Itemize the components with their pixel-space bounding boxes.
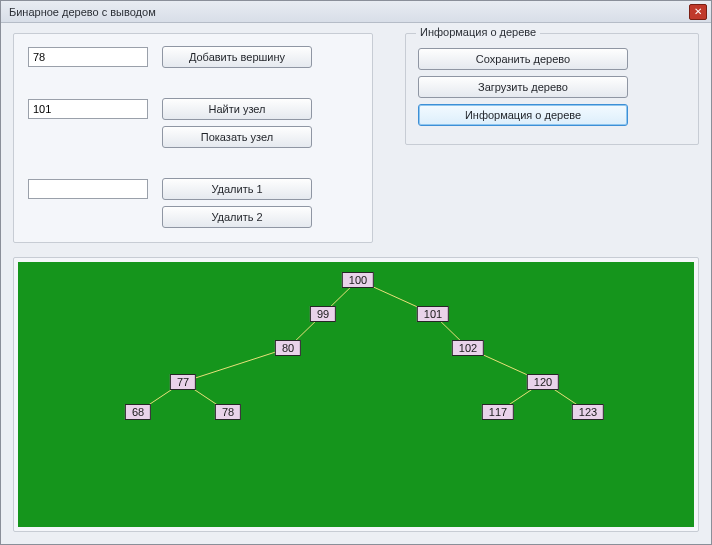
top-area: Добавить вершину Найти узел Показать узе… <box>13 33 699 243</box>
tree-node: 78 <box>215 404 241 420</box>
load-tree-button[interactable]: Загрузить дерево <box>418 76 628 98</box>
show-node-button[interactable]: Показать узел <box>162 126 312 148</box>
tree-node: 102 <box>452 340 484 356</box>
find-input[interactable] <box>28 99 148 119</box>
window-title: Бинарное дерево с выводом <box>9 6 689 18</box>
tree-node: 101 <box>417 306 449 322</box>
tree-canvas-panel: 1009910180102771206878117123 <box>13 257 699 532</box>
tree-node: 99 <box>310 306 336 322</box>
close-button[interactable]: ✕ <box>689 4 707 20</box>
app-window: Бинарное дерево с выводом ✕ Добавить вер… <box>0 0 712 545</box>
delete2-button[interactable]: Удалить 2 <box>162 206 312 228</box>
find-node-button[interactable]: Найти узел <box>162 98 312 120</box>
tree-node: 120 <box>527 374 559 390</box>
client-area: Добавить вершину Найти узел Показать узе… <box>1 23 711 544</box>
tree-canvas: 1009910180102771206878117123 <box>18 262 694 527</box>
tree-edges <box>18 262 694 527</box>
tree-info-button[interactable]: Информация о дереве <box>418 104 628 126</box>
delete1-button[interactable]: Удалить 1 <box>162 178 312 200</box>
tree-node: 117 <box>482 404 514 420</box>
tree-node: 123 <box>572 404 604 420</box>
tree-node: 68 <box>125 404 151 420</box>
controls-panel: Добавить вершину Найти узел Показать узе… <box>13 33 373 243</box>
tree-edge <box>183 348 288 382</box>
delete-input[interactable] <box>28 179 148 199</box>
close-icon: ✕ <box>694 7 702 17</box>
titlebar: Бинарное дерево с выводом ✕ <box>1 1 711 23</box>
add-vertex-button[interactable]: Добавить вершину <box>162 46 312 68</box>
tree-node: 100 <box>342 272 374 288</box>
tree-node: 80 <box>275 340 301 356</box>
save-tree-button[interactable]: Сохранить дерево <box>418 48 628 70</box>
tree-info-group: Информация о дереве Сохранить дерево Заг… <box>405 33 699 145</box>
info-panel: Информация о дереве Сохранить дерево Заг… <box>405 33 699 243</box>
add-input[interactable] <box>28 47 148 67</box>
group-legend: Информация о дереве <box>416 26 540 38</box>
tree-node: 77 <box>170 374 196 390</box>
